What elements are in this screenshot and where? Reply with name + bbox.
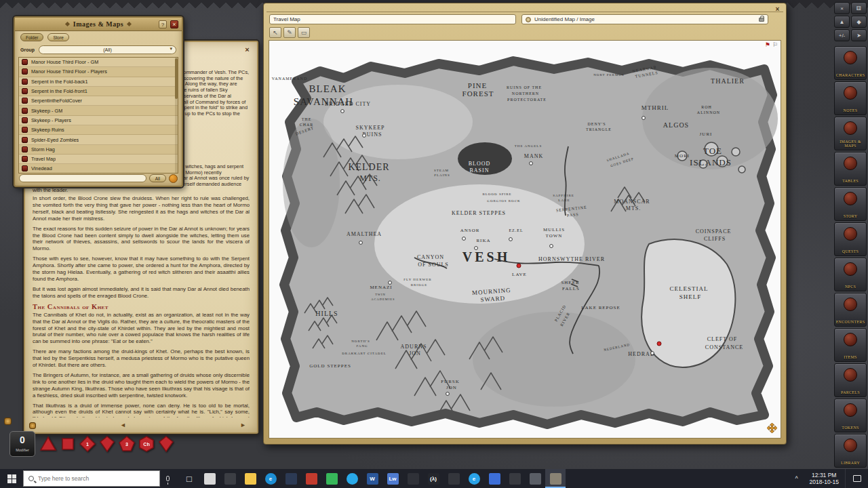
help-button[interactable]: ?	[159, 20, 167, 28]
all-filter-button[interactable]: All	[149, 174, 166, 182]
die-d8[interactable]: 1	[79, 435, 96, 453]
taskbar-app-app-red[interactable]	[301, 469, 321, 488]
tab-store[interactable]: Store	[47, 33, 69, 41]
list-item[interactable]: Skykeep - GM	[19, 106, 178, 115]
taskbar-app-file-explorer[interactable]	[240, 469, 260, 488]
list-item[interactable]: Serpent in the Fold-front1	[19, 87, 178, 96]
dice-icon[interactable]: ⚅	[851, 2, 867, 14]
map-town-marker[interactable]	[341, 110, 344, 113]
pointer-tool-button[interactable]: ↖	[269, 27, 281, 38]
search-input[interactable]	[38, 475, 155, 482]
taskbar-app-skype[interactable]	[342, 469, 362, 488]
draw-tool-button[interactable]: ✎	[283, 27, 296, 38]
sidebar-button-tokens[interactable]: Tokens	[834, 399, 867, 432]
map-canvas[interactable]: VANAMERANDBLEAKSAVANNAHTHECHARDESERTBRID…	[269, 40, 781, 439]
modifiers-button[interactable]: +/-	[834, 29, 850, 41]
pointer-icon[interactable]: ➤	[851, 29, 867, 41]
list-item[interactable]: Spider-Eyed Zombies	[19, 135, 178, 144]
sidebar-button-npcs[interactable]: NPCs	[834, 258, 867, 291]
map-town-marker[interactable]	[359, 241, 363, 245]
taskbar-app-fantasy-grounds[interactable]	[545, 469, 566, 488]
list-item[interactable]: Skykeep Ruins	[19, 125, 178, 135]
taskbar-app-app-steel[interactable]	[525, 469, 545, 488]
list-item[interactable]: Skykeep - Players	[19, 116, 178, 125]
map-town-marker[interactable]	[651, 352, 654, 355]
map-town-marker[interactable]	[550, 245, 553, 248]
taskbar-app-edge[interactable]: e	[260, 469, 281, 488]
sidebar-button-library[interactable]: Library	[834, 434, 867, 468]
taskbar-app-app-charcoal[interactable]	[505, 469, 525, 488]
list-item[interactable]: Travel Map	[19, 155, 178, 164]
sidebar-button-encounters[interactable]: Encounters	[834, 293, 867, 327]
map-title-input[interactable]	[269, 14, 516, 24]
close-button[interactable]: ×	[772, 5, 783, 14]
taskbar-app-app-navy[interactable]	[281, 469, 301, 488]
taskbar-search[interactable]	[23, 470, 160, 487]
list-item[interactable]: Vinedead	[19, 164, 178, 174]
sidebar-button-tables[interactable]: Tables	[834, 152, 867, 186]
map-town-marker[interactable]	[509, 238, 513, 241]
sidebar-button-quests[interactable]: Quests	[834, 222, 867, 256]
group-select[interactable]: (All) ▾	[39, 45, 176, 54]
close-icon[interactable]: ×	[243, 45, 252, 54]
erase-tool-button[interactable]: ▭	[298, 27, 310, 38]
list-item[interactable]: SerpentintheFoldCover	[19, 96, 178, 106]
notification-center-button[interactable]	[845, 469, 868, 488]
mic-button[interactable]	[160, 469, 175, 488]
sidebar-button-items[interactable]: Items	[834, 328, 867, 362]
map-tab[interactable]: Unidentified Map / Image	[521, 14, 768, 24]
sidebar-button-story[interactable]: Story	[834, 187, 867, 221]
taskbar-app-writer[interactable]: Lw	[382, 469, 403, 488]
taskbar-app-app-gray[interactable]	[403, 469, 423, 488]
die-d4[interactable]	[39, 435, 57, 453]
list-item[interactable]: Serpent in the Fold-back1	[19, 77, 178, 87]
map-town-marker[interactable]	[530, 162, 533, 165]
list-item[interactable]: Storm Hag	[19, 145, 178, 155]
prev-page-button[interactable]: ◄	[120, 422, 126, 428]
sidebar-button-characters[interactable]: Characters	[834, 46, 867, 80]
chat-bubble-icon[interactable]	[4, 418, 12, 425]
die-roll-button[interactable]	[169, 174, 178, 183]
die-d10[interactable]	[98, 435, 116, 453]
list-item[interactable]: Manor House Third Floor - Players	[19, 67, 178, 77]
modifier-box[interactable]: 0 Modifier	[9, 431, 35, 457]
tab-folder[interactable]: Folder	[20, 33, 43, 41]
map-town-marker[interactable]	[363, 134, 366, 138]
map-pin-marker[interactable]	[657, 342, 661, 346]
sidebar-button-notes[interactable]: Notes	[834, 81, 867, 115]
die-d100[interactable]	[157, 435, 175, 453]
taskbar-app-word[interactable]: W	[362, 469, 382, 488]
window-titlebar[interactable]	[267, 6, 783, 12]
die-d20[interactable]: Ch	[138, 435, 155, 453]
taskbar-app-app-light[interactable]	[199, 469, 220, 488]
resize-grip[interactable]	[767, 423, 777, 436]
die-d12[interactable]: 3	[118, 435, 136, 453]
sidebar-button-parcels[interactable]: Parcels	[834, 363, 867, 397]
close-button[interactable]: ×	[834, 2, 850, 14]
map-town-marker[interactable]	[642, 117, 646, 120]
map-town-marker[interactable]	[462, 237, 466, 241]
taskbar-app-app-slate[interactable]	[443, 469, 464, 488]
taskbar-clock[interactable]: 12:31 PM 2018-10-15	[804, 472, 845, 486]
search-input[interactable]	[19, 174, 146, 182]
taskbar-app-app-green[interactable]	[321, 469, 342, 488]
map-pin-marker[interactable]	[517, 264, 521, 268]
window-titlebar[interactable]: Images & Maps	[15, 18, 182, 31]
map-town-marker[interactable]	[389, 281, 392, 285]
d4-icon[interactable]: ▲	[834, 16, 850, 28]
taskbar-app-lambda[interactable]: (λ)	[423, 469, 443, 488]
flag-icon[interactable]: ⚑	[765, 41, 770, 48]
scrollbar-thumb[interactable]	[175, 58, 178, 99]
next-page-button[interactable]: ►	[240, 422, 246, 428]
taskbar-app-edge-2[interactable]: e	[464, 469, 484, 488]
taskbar-app-app-dark[interactable]	[220, 469, 240, 488]
taskbar-app-task-view[interactable]: □	[179, 469, 199, 488]
flag-outline-icon[interactable]: ⚐	[772, 41, 778, 48]
taskbar-app-app-blue[interactable]	[484, 469, 505, 488]
map-town-marker[interactable]	[446, 392, 450, 396]
map-town-marker[interactable]	[475, 247, 478, 250]
tray-chevron-icon[interactable]: ^	[790, 475, 804, 482]
d8-icon[interactable]: ◆	[851, 16, 867, 28]
window-grip-icon[interactable]	[29, 422, 36, 429]
scrollbar[interactable]	[175, 57, 178, 174]
